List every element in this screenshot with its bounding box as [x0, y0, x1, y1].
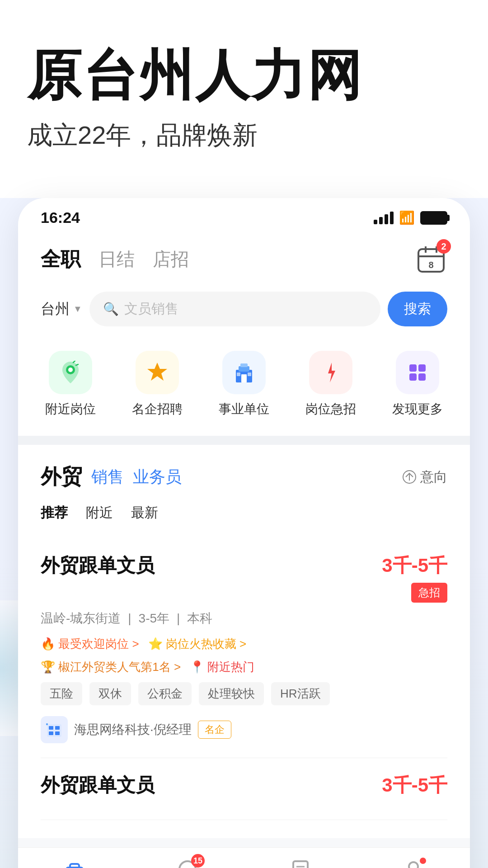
- section-title: 外贸: [41, 463, 82, 491]
- tab-daily[interactable]: 日结: [99, 247, 135, 272]
- battery-icon: [420, 211, 447, 225]
- job-title-1: 外贸跟单文员: [41, 553, 155, 578]
- public-icon: [222, 351, 266, 394]
- nearby-label: 附近岗位: [45, 401, 96, 418]
- quick-item-famous[interactable]: 名企招聘: [132, 351, 183, 418]
- svg-text:8: 8: [428, 260, 433, 270]
- nav-item-profile[interactable]: 我: [400, 857, 427, 868]
- company-logo-1: [41, 716, 68, 743]
- status-icons: 📶: [374, 210, 447, 225]
- filter-tab-latest[interactable]: 最新: [131, 504, 158, 522]
- svg-rect-15: [409, 364, 417, 372]
- job-tag-insurance: 五险: [41, 682, 82, 705]
- sub-title: 成立22年，品牌焕新: [27, 118, 461, 153]
- quick-item-urgent[interactable]: 岗位急招: [305, 351, 356, 418]
- location-arrow-icon: ▼: [73, 304, 82, 314]
- job-salary-1: 3千-5千: [382, 553, 447, 578]
- job-card-2[interactable]: 外贸跟单文员 3千-5千: [41, 758, 447, 820]
- svg-rect-16: [418, 364, 426, 372]
- svg-rect-21: [49, 726, 53, 730]
- nav-item-work[interactable]: 工作: [61, 857, 88, 868]
- urgent-icon: [309, 351, 352, 394]
- famous-label: 名企招聘: [132, 401, 183, 418]
- quick-item-public[interactable]: 事业单位: [219, 351, 269, 418]
- highlight-popular[interactable]: 🔥 最受欢迎岗位 >: [41, 636, 139, 652]
- svg-rect-24: [55, 731, 60, 735]
- jobs-section: 外贸 销售 业务员 意向 推荐 附近 最新: [18, 445, 470, 838]
- quick-item-nearby[interactable]: 附近岗位: [45, 351, 96, 418]
- job-tag-fund: 公积金: [138, 682, 192, 705]
- hero-section: 原台州人力网 成立22年，品牌焕新: [0, 0, 488, 198]
- nav-item-resume[interactable]: 简历: [287, 857, 314, 868]
- section-divider: [18, 436, 470, 445]
- job-education-1: 本科: [187, 610, 212, 627]
- section-tag2[interactable]: 业务员: [133, 466, 182, 488]
- job-card-1[interactable]: 外贸跟单文员 3千-5千 急招 温岭-城东街道 | 3-5年 | 本科 🔥 最受…: [41, 538, 447, 758]
- filter-tab-recommend[interactable]: 推荐: [41, 504, 68, 522]
- job-highlights-1: 🔥 最受欢迎岗位 > ⭐ 岗位火热收藏 >: [41, 636, 447, 652]
- job-tags-1: 五险 双休 公积金 处理较快 HR活跃: [41, 682, 447, 705]
- section-header: 外贸 销售 业务员 意向: [41, 463, 447, 491]
- job-tag-hr: HR活跃: [271, 682, 330, 705]
- intent-button[interactable]: 意向: [402, 468, 447, 486]
- work-icon: [61, 857, 88, 868]
- resume-icon: [287, 857, 314, 868]
- company-name-1: 海思网络科技·倪经理: [74, 721, 192, 738]
- job-title-2: 外贸跟单文员: [41, 773, 155, 798]
- public-label: 事业单位: [219, 401, 269, 418]
- famous-icon: [136, 351, 179, 394]
- filter-tabs: 推荐 附近 最新: [41, 504, 447, 522]
- profile-icon: [400, 857, 427, 868]
- intent-icon: [402, 470, 417, 484]
- page-container: 原台州人力网 成立22年，品牌焕新 16:24 📶 全职 日结 店招: [0, 0, 488, 868]
- job-card-2-header: 外贸跟单文员 3千-5千: [41, 773, 447, 798]
- status-time: 16:24: [41, 209, 80, 226]
- filter-tab-nearby[interactable]: 附近: [86, 504, 113, 522]
- calendar-button[interactable]: 8 2: [415, 243, 447, 275]
- search-icon: 🔍: [103, 302, 119, 316]
- status-bar: 16:24 📶: [18, 198, 470, 234]
- search-placeholder: 文员销售: [124, 300, 178, 318]
- svg-marker-7: [147, 363, 167, 381]
- highlight-rank[interactable]: 🏆 椒江外贸类人气第1名 >: [41, 659, 181, 675]
- job-salary-2: 3千-5千: [382, 773, 447, 798]
- urgent-label: 岗位急招: [305, 401, 356, 418]
- svg-rect-18: [418, 373, 426, 381]
- job-location-1: 温岭-城东街道: [41, 610, 121, 627]
- search-input-wrap[interactable]: 🔍 文员销售: [89, 292, 380, 326]
- phone-mockup: 16:24 📶 全职 日结 店招: [18, 198, 470, 868]
- famous-badge-1: 名企: [198, 721, 231, 739]
- search-button[interactable]: 搜索: [388, 292, 447, 326]
- svg-rect-22: [55, 726, 60, 730]
- nav-tabs: 全职 日结 店招 8 2: [18, 234, 470, 284]
- nearby-icon: [49, 351, 92, 394]
- section-tag1[interactable]: 销售: [91, 466, 124, 488]
- more-label: 发现更多: [392, 401, 443, 418]
- wifi-icon: 📶: [399, 210, 415, 225]
- location-selector[interactable]: 台州 ▼: [41, 299, 82, 319]
- highlight-collect[interactable]: ⭐ 岗位火热收藏 >: [148, 636, 247, 652]
- svg-point-37: [409, 862, 418, 868]
- company-row-1[interactable]: 海思网络科技·倪经理 名企: [41, 716, 447, 743]
- svg-rect-17: [409, 373, 417, 381]
- job-tag-twoday: 双休: [89, 682, 131, 705]
- signal-icon: [374, 212, 394, 224]
- svg-rect-13: [248, 373, 251, 376]
- location-text: 台州: [41, 299, 70, 319]
- svg-point-6: [68, 368, 73, 372]
- intent-label: 意向: [420, 468, 447, 486]
- bottom-nav: 工作 15 消息: [18, 847, 470, 868]
- calendar-badge: 2: [436, 239, 451, 254]
- svg-rect-11: [241, 374, 247, 382]
- tab-store[interactable]: 店招: [153, 247, 189, 272]
- search-area: 台州 ▼ 🔍 文员销售 搜索: [18, 284, 470, 337]
- job-meta-1: 温岭-城东街道 | 3-5年 | 本科: [41, 610, 447, 627]
- svg-rect-10: [240, 363, 248, 367]
- quick-menu: 附近岗位 名企招聘: [18, 337, 470, 436]
- main-title: 原台州人力网: [27, 45, 461, 105]
- tab-fulltime[interactable]: 全职: [41, 246, 80, 273]
- profile-dot: [420, 858, 426, 864]
- quick-item-more[interactable]: 发现更多: [392, 351, 443, 418]
- nav-item-messages[interactable]: 15 消息: [174, 857, 201, 868]
- job-card-1-header: 外贸跟单文员 3千-5千 急招: [41, 553, 447, 603]
